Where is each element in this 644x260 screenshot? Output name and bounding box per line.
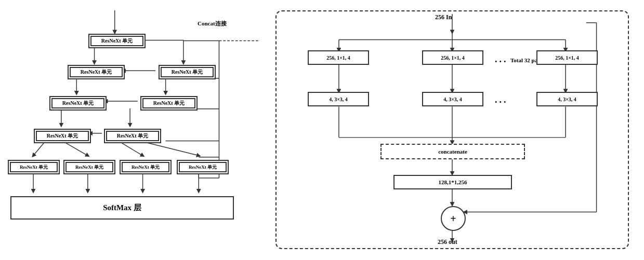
box-row2-col1: 4, 3×3, 4 xyxy=(422,92,483,106)
right-diagram: 256 In Total 32 paths ... ... 256, 1×1, … xyxy=(275,10,629,249)
box-row1-col2: 256, 1×1, 4 xyxy=(536,50,598,65)
input-label: 256 In xyxy=(435,13,452,21)
node-n7: ResNeXt 单元 xyxy=(104,129,161,143)
concatenate-box: concatenate xyxy=(380,144,525,159)
conv-box: 128,1*1,256 xyxy=(393,175,512,189)
left-diagram: ResNeXt 单元 ResNeXt 单元 ResNeXt 单元 ResNeXt… xyxy=(5,5,260,249)
node-n4: ResNeXt 单元 xyxy=(49,96,107,111)
softmax-box: SoftMax 层 xyxy=(10,196,234,220)
node-n2: ResNeXt 单元 xyxy=(68,65,125,79)
box-row1-col0: 256, 1×1, 4 xyxy=(308,50,369,65)
node-n1: ResNeXt 单元 xyxy=(88,34,146,48)
node-n11: ResNeXt 单元 xyxy=(177,160,229,174)
dots-label-top: ... xyxy=(495,54,508,65)
node-n8: ResNeXt 单元 xyxy=(8,160,60,174)
plus-circle: + xyxy=(441,206,466,231)
box-row1-col1: 256, 1×1, 4 xyxy=(422,50,483,65)
dots-label: ... xyxy=(495,94,508,105)
node-n3: ResNeXt 单元 xyxy=(159,65,216,79)
box-row2-col2: 4, 3×3, 4 xyxy=(536,92,598,106)
diagram-container: ResNeXt 单元 ResNeXt 单元 ResNeXt 单元 ResNeXt… xyxy=(0,0,644,260)
concat-label: Concat连接 xyxy=(198,20,227,28)
node-n9: ResNeXt 单元 xyxy=(63,160,115,174)
node-n5: ResNeXt 单元 xyxy=(140,96,198,111)
node-n6: ResNeXt 单元 xyxy=(34,129,91,143)
node-n10: ResNeXt 单元 xyxy=(120,160,172,174)
box-row2-col0: 4, 3×3, 4 xyxy=(308,92,369,106)
output-label: 256 out xyxy=(438,238,457,246)
